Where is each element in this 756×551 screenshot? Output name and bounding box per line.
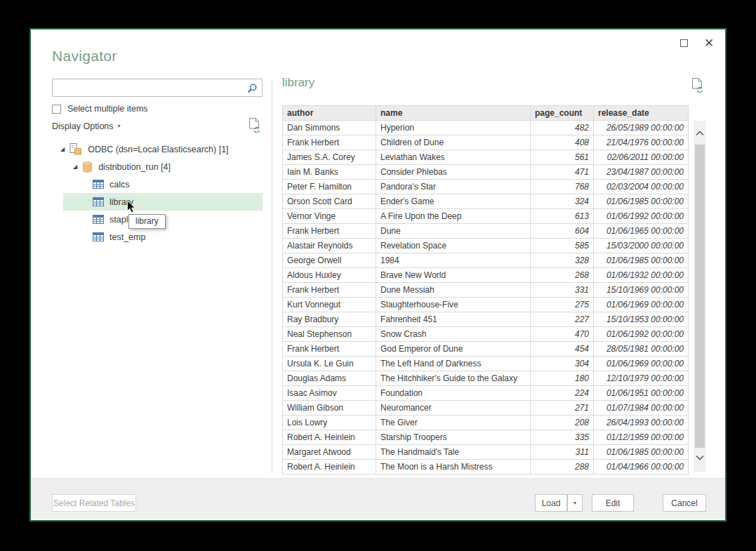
table-cell: Iain M. Banks [283, 165, 376, 180]
footer-bar: Select Related Tables Load ▾ Edit Cancel [31, 478, 725, 519]
table-cell: 271 [531, 401, 594, 416]
expand-triangle-icon[interactable]: ◢ [73, 164, 77, 170]
scrollbar-thumb[interactable] [695, 145, 705, 448]
table-cell: 408 [531, 135, 594, 150]
table-cell: Douglas Adams [283, 371, 376, 386]
table-cell: Neuromancer [376, 401, 531, 416]
tree-item-calcs[interactable]: calcs [63, 175, 263, 193]
table-cell: 01/06/1932 00:00:00 [594, 268, 689, 283]
table-cell: 28/05/1981 00:00:00 [594, 342, 689, 357]
table-cell: Frank Herbert [283, 224, 376, 239]
tree-item-library[interactable]: library [63, 193, 263, 211]
search-icon[interactable] [246, 83, 258, 94]
table-cell: 585 [531, 239, 594, 253]
table-cell: 02/03/2004 00:00:00 [594, 180, 689, 194]
close-icon: ✕ [704, 37, 714, 49]
column-header-name[interactable]: name [376, 106, 531, 121]
load-dropdown-button[interactable]: ▾ [567, 494, 583, 512]
table-cell: 304 [531, 357, 594, 371]
table-cell: 12/10/1979 00:00:00 [594, 371, 689, 386]
refresh-list-icon[interactable] [248, 117, 261, 135]
table-cell: Peter F. Hamilton [283, 180, 376, 194]
table-row: Frank HerbertDune60401/06/1965 00:00:00 [283, 224, 689, 239]
table-cell: 482 [531, 121, 594, 135]
table-row: Isaac AsimovFoundation22401/06/1951 00:0… [283, 386, 689, 401]
tree-item-label: test_emp [110, 232, 145, 242]
vertical-scrollbar[interactable] [694, 121, 706, 472]
table-row: Peter F. HamiltonPandora's Star76802/03/… [283, 180, 689, 194]
cancel-button[interactable]: Cancel [663, 494, 706, 512]
table-cell: Ender's Game [376, 194, 531, 209]
column-header-release_date[interactable]: release_date [594, 106, 689, 121]
table-cell: Ray Bradbury [283, 312, 376, 327]
table-row: Margaret AtwoodThe Handmaid's Tale31101/… [283, 445, 689, 460]
table-cell: God Emperor of Dune [376, 342, 531, 357]
tree-item-odbc-source[interactable]: ◢ ODBC (dsn=Local Elasticsearch) [1] [31, 140, 270, 158]
table-row: Frank HerbertGod Emperor of Dune45428/05… [283, 342, 689, 357]
table-cell: Foundation [376, 386, 531, 401]
search-input[interactable] [55, 80, 245, 95]
table-cell: Starship Troopers [376, 430, 531, 445]
scroll-down-icon[interactable] [696, 455, 704, 460]
scroll-up-icon[interactable] [696, 131, 704, 136]
table-cell: 01/06/1969 00:00:00 [594, 298, 689, 312]
table-cell: The Moon is a Harsh Mistress [376, 460, 531, 474]
table-cell: 227 [531, 312, 594, 327]
tree-item-distribution-run[interactable]: ◢ distribution_run [4] [31, 158, 270, 175]
table-cell: 1984 [376, 253, 531, 268]
tree-item-test_emp[interactable]: test_emp [63, 228, 263, 246]
table-cell: 01/06/1965 00:00:00 [594, 224, 689, 239]
table-cell: Ursula K. Le Guin [283, 357, 376, 371]
preview-title: library [282, 76, 314, 90]
column-header-page_count[interactable]: page_count [531, 106, 594, 121]
chevron-down-icon: ▾ [573, 500, 576, 506]
select-multiple-label: Select multiple items [67, 104, 148, 114]
table-cell: Lois Lowry [283, 416, 376, 430]
expand-triangle-icon[interactable]: ◢ [60, 146, 65, 152]
table-cell: Frank Herbert [283, 283, 376, 298]
table-row: Ursula K. Le GuinThe Left Hand of Darkne… [283, 357, 689, 371]
select-multiple-row[interactable]: Select multiple items [52, 104, 148, 114]
table-cell: Alastair Reynolds [283, 239, 376, 253]
table-cell: 23/04/1987 00:00:00 [594, 165, 689, 180]
table-cell: 311 [531, 445, 594, 460]
table-row: Kurt VonnegutSlaughterhouse-Five27501/06… [283, 298, 689, 312]
edit-button[interactable]: Edit [592, 494, 634, 512]
table-cell: Revelation Space [376, 239, 531, 253]
database-icon [82, 161, 93, 173]
maximize-button[interactable] [676, 35, 691, 51]
table-cell: Brave New World [376, 268, 531, 283]
table-row: Douglas AdamsThe Hitchhiker's Guide to t… [283, 371, 689, 386]
table-row: Lois LowryThe Giver20826/04/1993 00:00:0… [283, 416, 689, 430]
table-cell: 15/10/1969 00:00:00 [594, 283, 689, 298]
column-header-author[interactable]: author [283, 106, 376, 121]
table-cell: 01/06/1985 00:00:00 [594, 194, 689, 209]
table-icon [93, 215, 104, 224]
select-multiple-checkbox[interactable] [52, 105, 61, 114]
window-controls: ✕ [676, 35, 717, 51]
table-cell: Isaac Asimov [283, 386, 376, 401]
table-cell: Slaughterhouse-Five [376, 298, 531, 312]
table-cell: Pandora's Star [376, 180, 531, 194]
display-options-dropdown[interactable]: Display Options▾ [52, 121, 121, 131]
table-cell: 26/04/1993 00:00:00 [594, 416, 689, 430]
table-cell: Children of Dune [376, 135, 531, 150]
table-cell: 01/06/1969 00:00:00 [594, 357, 689, 371]
tree-tables: calcslibrarystaplestest_emp [31, 175, 270, 246]
table-row: Ray BradburyFahrenheit 45122715/10/1953 … [283, 312, 689, 327]
table-row: Aldous HuxleyBrave New World26801/06/193… [283, 268, 689, 283]
table-cell: The Hitchhiker's Guide to the Galaxy [376, 371, 531, 386]
load-button[interactable]: Load [535, 494, 567, 512]
select-related-tables-button[interactable]: Select Related Tables [52, 494, 136, 512]
table-row: George Orwell198432801/06/1985 00:00:00 [283, 253, 689, 268]
table-cell: 01/06/1951 00:00:00 [594, 386, 689, 401]
table-cell: 01/06/1985 00:00:00 [594, 253, 689, 268]
table-cell: Fahrenheit 451 [376, 312, 531, 327]
refresh-preview-icon[interactable] [691, 77, 704, 95]
table-cell: 01/04/1966 00:00:00 [594, 460, 689, 474]
table-cell: The Left Hand of Darkness [376, 357, 531, 371]
table-cell: William Gibson [283, 401, 376, 416]
table-cell: 335 [531, 430, 594, 445]
close-button[interactable]: ✕ [701, 35, 717, 51]
table-row: Alastair ReynoldsRevelation Space58515/0… [283, 239, 689, 253]
